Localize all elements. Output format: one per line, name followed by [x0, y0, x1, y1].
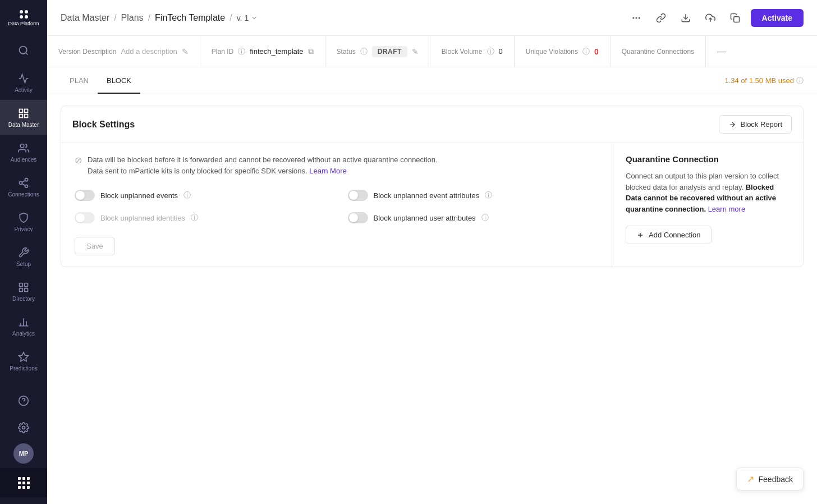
svg-rect-13 — [20, 288, 23, 291]
toggle-knob — [349, 191, 358, 200]
quarantine-connections-label: Quarantine Connections — [622, 48, 694, 56]
storage-text: 1.34 of 1.50 MB used — [724, 76, 794, 85]
user-avatar[interactable]: MP — [13, 443, 34, 464]
svg-point-6 — [25, 178, 28, 181]
download-button[interactable] — [677, 9, 695, 27]
connections-label: Connections — [8, 191, 39, 198]
privacy-icon — [17, 212, 30, 224]
analytics-label: Analytics — [12, 331, 35, 337]
block-event-attrs-info-icon[interactable]: ⓘ — [485, 190, 492, 200]
svg-point-5 — [20, 144, 24, 148]
version-description-value[interactable]: Add a description — [121, 47, 177, 56]
status-edit-icon[interactable]: ✎ — [412, 47, 419, 56]
activate-button[interactable]: Activate — [751, 9, 804, 27]
sidebar-item-audiences[interactable]: Audiences — [0, 135, 47, 169]
block-unplanned-identities-toggle[interactable] — [75, 212, 95, 223]
save-button[interactable]: Save — [75, 237, 115, 255]
block-volume-label: Block Volume — [442, 48, 483, 56]
learn-more-link[interactable]: Learn More — [309, 167, 346, 175]
search-button[interactable] — [0, 36, 47, 65]
version-description-label: Version Description — [58, 48, 116, 56]
svg-line-10 — [22, 180, 25, 182]
feedback-button[interactable]: ↗ Feedback — [736, 468, 804, 491]
block-report-label: Block Report — [741, 120, 782, 129]
plan-id-value: fintech_template — [250, 47, 303, 56]
top-header: Data Master / Plans / FinTech Template /… — [47, 0, 817, 36]
plan-id-copy-icon[interactable]: ⧉ — [308, 47, 314, 56]
more-options-icon — [631, 13, 641, 23]
status-info-icon[interactable]: ⓘ — [360, 47, 368, 57]
import-button[interactable] — [701, 9, 719, 27]
block-unplanned-event-attrs-toggle[interactable] — [348, 190, 368, 201]
block-unplanned-user-attrs-toggle[interactable] — [348, 212, 368, 223]
arrow-right-icon — [728, 121, 736, 129]
sidebar-item-analytics[interactable]: Analytics — [0, 309, 47, 343]
metadata-bar: Version Description Add a description ✎ … — [47, 36, 817, 67]
svg-rect-1 — [20, 109, 23, 112]
svg-point-23 — [633, 17, 634, 19]
quarantine-learn-more-link[interactable]: Learn more — [708, 205, 745, 213]
svg-rect-4 — [25, 114, 28, 117]
block-volume-field: Block Volume ⓘ 0 — [430, 36, 515, 67]
block-events-info-icon[interactable]: ⓘ — [183, 190, 191, 200]
toggle-row-block-events: Block unplanned events ⓘ — [75, 190, 325, 201]
status-label: Status — [337, 48, 356, 56]
version-text: v. 1 — [237, 13, 249, 22]
settings-button[interactable] — [12, 416, 35, 439]
add-connection-button[interactable]: Add Connection — [626, 226, 712, 244]
block-unplanned-events-toggle[interactable] — [75, 190, 95, 201]
tab-block[interactable]: BLOCK — [98, 68, 140, 94]
svg-point-8 — [25, 185, 28, 187]
breadcrumb-plans[interactable]: Plans — [121, 13, 144, 23]
block-volume-info-icon[interactable]: ⓘ — [487, 47, 494, 57]
sidebar-logo[interactable]: Data Platform — [0, 0, 47, 36]
version-description-edit-icon[interactable]: ✎ — [182, 47, 189, 56]
block-event-attrs-label: Block unplanned event attributes — [374, 191, 480, 200]
sidebar-item-activity[interactable]: Activity — [0, 65, 47, 100]
block-user-attrs-label: Block unplanned user attributes — [374, 214, 476, 222]
quarantine-description: Connect an output to this plan version t… — [626, 171, 790, 214]
block-volume-value: 0 — [499, 47, 503, 56]
waffle-dot — [27, 486, 30, 489]
breadcrumb-sep-2: / — [148, 13, 150, 23]
logo-dots — [20, 10, 28, 19]
storage-info: 1.34 of 1.50 MB used ⓘ — [724, 76, 804, 86]
link-button[interactable] — [652, 9, 670, 27]
sidebar-item-directory[interactable]: Directory — [0, 274, 47, 309]
breadcrumb-sep-1: / — [114, 13, 116, 23]
sidebar-nav: Activity Data Master Audiences — [0, 65, 47, 390]
sidebar-bottom: MP — [0, 390, 47, 504]
info-circle-icon: ⊘ — [75, 155, 82, 166]
version-badge[interactable]: v. 1 — [237, 13, 258, 22]
logo-dot-2 — [25, 10, 28, 13]
help-button[interactable] — [12, 390, 35, 412]
breadcrumb-current[interactable]: FinTech Template — [155, 13, 225, 23]
sidebar-item-privacy[interactable]: Privacy — [0, 204, 47, 239]
svg-point-7 — [20, 181, 22, 184]
block-identities-info-icon[interactable]: ⓘ — [191, 213, 198, 223]
logo-dot-4 — [25, 15, 28, 19]
waffle-dot — [22, 486, 25, 489]
sidebar-item-setup[interactable]: Setup — [0, 239, 47, 274]
block-settings-header: Block Settings Block Report — [61, 106, 803, 143]
sidebar-item-connections[interactable]: Connections — [0, 169, 47, 204]
feedback-icon: ↗ — [747, 474, 754, 484]
block-user-attrs-info-icon[interactable]: ⓘ — [481, 213, 489, 223]
settings-icon — [18, 422, 29, 433]
breadcrumb-data-master[interactable]: Data Master — [61, 13, 109, 23]
unique-violations-info-icon[interactable]: ⓘ — [582, 47, 590, 57]
block-report-button[interactable]: Block Report — [719, 115, 792, 134]
more-options-button[interactable] — [627, 9, 645, 27]
sidebar-item-predictions[interactable]: Predictions — [0, 343, 47, 378]
plan-id-info-icon[interactable]: ⓘ — [238, 47, 245, 57]
sidebar-item-data-master[interactable]: Data Master — [0, 100, 47, 135]
waffle-menu-button[interactable] — [0, 468, 47, 497]
svg-marker-19 — [19, 352, 29, 361]
info-notice-text: Data will be blocked before it is forwar… — [88, 154, 438, 176]
svg-rect-27 — [733, 16, 739, 22]
tab-plan[interactable]: PLAN — [61, 68, 98, 94]
copy-button[interactable] — [726, 9, 744, 27]
waffle-dot — [27, 477, 30, 480]
privacy-label: Privacy — [15, 226, 33, 232]
content-area: PLAN BLOCK 1.34 of 1.50 MB used ⓘ Block … — [47, 67, 817, 504]
